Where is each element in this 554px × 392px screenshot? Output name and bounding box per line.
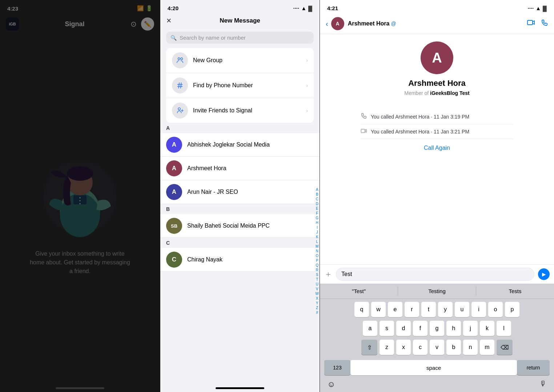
alpha-a[interactable]: A <box>316 188 318 192</box>
alpha-y[interactable]: Y <box>316 301 318 305</box>
key-l[interactable]: l <box>497 321 511 336</box>
alpha-l[interactable]: L <box>316 240 318 244</box>
message-input-area: ＋ Test ▶ <box>320 264 554 284</box>
key-m[interactable]: m <box>480 340 494 355</box>
voice-call-button[interactable] <box>541 19 548 28</box>
key-z[interactable]: z <box>380 340 394 355</box>
alpha-z[interactable]: Z <box>316 306 318 310</box>
contact-arun[interactable]: A Arun Nair - JR SEO <box>160 180 320 204</box>
key-k[interactable]: k <box>480 321 494 336</box>
battery-icon-2: ▓ <box>308 5 312 11</box>
close-button[interactable]: ✕ <box>166 17 172 25</box>
key-h[interactable]: h <box>446 321 461 336</box>
add-attachment-button[interactable]: ＋ <box>324 269 332 280</box>
key-return[interactable]: return <box>517 360 550 375</box>
key-f[interactable]: f <box>413 321 427 336</box>
alpha-t[interactable]: T <box>316 277 318 282</box>
contact-name-arun: Arun Nair - JR SEO <box>187 189 238 195</box>
key-space[interactable]: space <box>350 360 517 375</box>
key-v[interactable]: v <box>430 340 444 355</box>
menu-item-invite[interactable]: Invite Friends to Signal › <box>166 98 314 123</box>
alphabet-index[interactable]: A B C D E F G H I J K L M N O P Q R S T … <box>316 123 319 380</box>
avatar-arun: A <box>166 184 182 200</box>
menu-item-new-group[interactable]: New Group › <box>166 48 314 73</box>
contact-abhishek[interactable]: A Abhishek Joglekar Social Media <box>160 133 320 157</box>
alpha-k[interactable]: K <box>316 235 318 239</box>
alpha-u[interactable]: U <box>316 282 318 287</box>
key-n[interactable]: n <box>463 340 478 355</box>
panel-chat: 4:21 ···· ▲ ▓ ‹ A Arshmeet Hora @ <box>320 0 554 392</box>
alpha-b[interactable]: B <box>316 192 318 197</box>
key-delete[interactable]: ⌫ <box>497 340 513 355</box>
key-p[interactable]: p <box>505 302 519 317</box>
keyboard-extra-row: ☺ 🎙 <box>321 377 553 391</box>
emoji-button[interactable]: ☺ <box>327 380 335 389</box>
alpha-w[interactable]: W <box>316 292 319 296</box>
alpha-j[interactable]: J <box>316 230 318 235</box>
key-d[interactable]: d <box>396 321 411 336</box>
key-g[interactable]: g <box>430 321 444 336</box>
alpha-h[interactable]: H <box>316 221 318 225</box>
alpha-f[interactable]: F <box>316 211 318 216</box>
call-log-item-1: You called Arshmeet Hora · 11 Jan 3:19 P… <box>361 109 513 125</box>
key-x[interactable]: x <box>396 340 411 355</box>
wifi-icon-3: ▲ <box>535 5 541 11</box>
new-group-icon-circle <box>172 52 188 68</box>
alpha-c[interactable]: C <box>316 197 318 201</box>
alpha-q[interactable]: Q <box>316 263 318 268</box>
svg-point-10 <box>181 58 183 60</box>
message-input[interactable]: Test <box>336 268 534 281</box>
key-j[interactable]: j <box>463 321 478 336</box>
key-123[interactable]: 123 <box>324 360 350 375</box>
alpha-o[interactable]: O <box>316 254 318 258</box>
key-t[interactable]: t <box>421 302 436 317</box>
alpha-i[interactable]: I <box>317 225 318 230</box>
menu-item-find-phone[interactable]: Find by Phone Number › <box>166 73 314 98</box>
key-y[interactable]: y <box>438 302 453 317</box>
key-q[interactable]: q <box>354 302 369 317</box>
avatar-abhishek: A <box>166 137 182 153</box>
alpha-s[interactable]: S <box>316 273 318 277</box>
member-of-text: Member of iGeeksBlog Test <box>404 90 469 96</box>
alpha-g[interactable]: G <box>316 216 318 220</box>
video-call-button[interactable] <box>527 19 535 28</box>
key-a[interactable]: a <box>363 321 377 336</box>
key-c[interactable]: c <box>413 340 427 355</box>
new-message-header: ✕ New Message <box>160 14 320 29</box>
key-i[interactable]: i <box>471 302 486 317</box>
send-button[interactable]: ▶ <box>538 268 550 280</box>
key-w[interactable]: w <box>371 302 386 317</box>
alpha-v[interactable]: V <box>316 287 318 291</box>
key-o[interactable]: o <box>488 302 503 317</box>
contact-chirag[interactable]: C Chirag Nayak <box>160 248 320 272</box>
key-row-1: q w e r t y u i o p <box>321 302 553 317</box>
alpha-x[interactable]: X <box>316 296 318 301</box>
alpha-n[interactable]: N <box>316 249 318 253</box>
key-e[interactable]: e <box>388 302 402 317</box>
search-input[interactable]: Search by name or number <box>180 35 246 41</box>
key-u[interactable]: u <box>455 302 469 317</box>
alpha-d[interactable]: D <box>316 202 318 206</box>
alpha-p[interactable]: P <box>316 259 318 263</box>
alpha-e[interactable]: E <box>316 207 318 211</box>
autocomplete-test-quoted[interactable]: "Test" <box>320 287 398 296</box>
battery-icon-3: ▓ <box>543 5 547 11</box>
invite-icon-circle <box>172 103 188 119</box>
key-r[interactable]: r <box>405 302 419 317</box>
alpha-r[interactable]: R <box>316 268 318 272</box>
back-button[interactable]: ‹ <box>326 20 328 28</box>
autocomplete-tests[interactable]: Tests <box>476 287 554 296</box>
alpha-m[interactable]: M <box>316 244 318 249</box>
key-shift[interactable]: ⇧ <box>361 340 377 355</box>
call-again-button[interactable]: Call Again <box>424 145 450 151</box>
contact-shaily[interactable]: SB Shaily Baheti Social Meida PPC <box>160 214 320 238</box>
profile-avatar-large: A <box>421 41 453 74</box>
key-s[interactable]: s <box>380 321 394 336</box>
key-b[interactable]: b <box>446 340 461 355</box>
search-container[interactable]: 🔍 Search by name or number <box>166 32 314 44</box>
microphone-button[interactable]: 🎙 <box>539 380 547 389</box>
avatar-arshmeet: A <box>166 160 182 176</box>
autocomplete-testing[interactable]: Testing <box>398 287 476 296</box>
alpha-hash[interactable]: # <box>316 311 318 315</box>
contact-arshmeet[interactable]: A Arshmeet Hora <box>160 157 320 180</box>
